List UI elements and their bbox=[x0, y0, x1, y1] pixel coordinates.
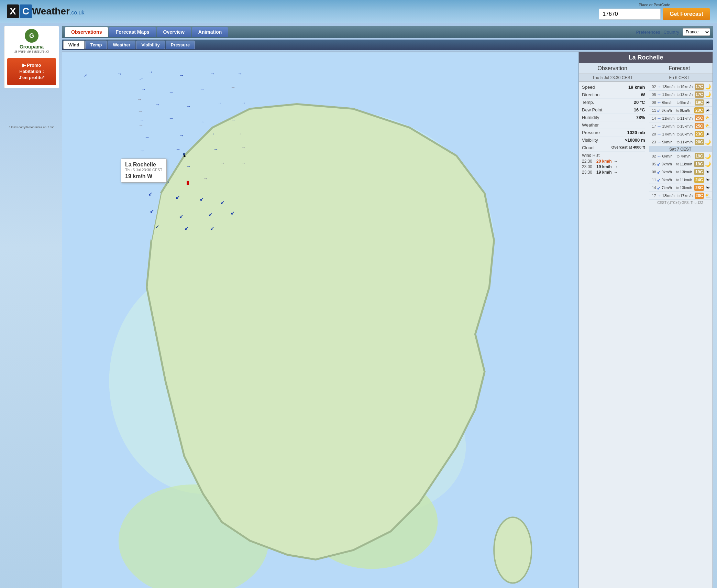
fc-from-speed: 13km/h bbox=[662, 194, 676, 198]
obs-time: Thu 5 Jul 23:30 CEST bbox=[579, 74, 646, 82]
fc-icon: ☀ bbox=[705, 100, 711, 105]
fc-to-label: to bbox=[677, 85, 680, 89]
fc-to-speed: 20km/h bbox=[680, 132, 694, 136]
fc-hour: 11 bbox=[650, 178, 656, 182]
map-container[interactable]: → → → → → → → → → → → → → → → → → → → → bbox=[62, 52, 579, 588]
fc-icon: 🌙 bbox=[705, 161, 711, 167]
obs-weather-row: Weather bbox=[582, 121, 645, 129]
wind-arrow-29: → bbox=[220, 160, 225, 166]
fc-temp: 23C bbox=[694, 107, 704, 113]
fc-arrow: → bbox=[657, 193, 662, 198]
search-label: Place or PostCode bbox=[639, 3, 670, 7]
obs-visibility-label: Visibility bbox=[582, 138, 598, 143]
wind-arrow-36: ↙ bbox=[200, 196, 204, 202]
wind-arrow-39: ↙ bbox=[179, 214, 183, 219]
fc-arrow: ↙ bbox=[657, 177, 661, 183]
logo-x: X bbox=[7, 4, 19, 18]
obs-temp-value: 20 °C bbox=[634, 100, 645, 105]
subtab-weather[interactable]: Weather bbox=[108, 41, 135, 49]
ad-footnote: * Infos complémentaires en 1 clic bbox=[4, 126, 59, 129]
subtab-pressure[interactable]: Pressure bbox=[166, 41, 195, 49]
subtabs-row: Wind Temp Weather Visibility Pressure bbox=[62, 40, 713, 50]
subtab-wind[interactable]: Wind bbox=[63, 41, 85, 49]
obs-humidity-value: 78% bbox=[636, 115, 645, 120]
obs-humidity-row: Humidity 78% bbox=[582, 114, 645, 121]
map-panel-row: → → → → → → → → → → → → → → → → → → → → bbox=[62, 52, 713, 588]
fc-to-label: to bbox=[676, 170, 679, 174]
tab-forecast-maps[interactable]: Forecast Maps bbox=[109, 27, 156, 37]
logo: X C Weather.co.uk bbox=[7, 4, 85, 18]
groupama-icon: G bbox=[25, 29, 38, 43]
tab-overview[interactable]: Overview bbox=[157, 27, 191, 37]
wind-arrow-6: → bbox=[238, 71, 242, 76]
obs-data: Speed 19 km/h Direction W Temp. 20 °C bbox=[579, 82, 648, 588]
fc-icon: 🌙 bbox=[705, 84, 711, 89]
obs-forecast-headers: Observation Forecast bbox=[579, 63, 713, 74]
wind-arrow-42: ↙ bbox=[155, 224, 159, 229]
fc-to-label: to bbox=[677, 132, 680, 136]
forecast-row: 08 ← 6km/h to 9km/h 19C ☀ bbox=[649, 99, 712, 107]
fc-to-speed: 13km/h bbox=[680, 170, 694, 174]
station-marker-red: █ bbox=[187, 181, 189, 185]
fc-icon: ☀ bbox=[705, 131, 711, 137]
ad-promo-button[interactable]: PromoHabitation :J'en profite* bbox=[7, 58, 56, 85]
fc-from-speed: 7km/h bbox=[662, 186, 676, 190]
obs-direction-label: Direction bbox=[582, 92, 599, 97]
fc-to-speed: 7km/h bbox=[680, 154, 694, 158]
wind-arrow-13: → bbox=[217, 100, 222, 106]
fc-arrow: → bbox=[657, 116, 662, 121]
header: X C Weather.co.uk Place or PostCode Get … bbox=[0, 0, 717, 23]
fc-temp: 20C bbox=[695, 139, 704, 145]
get-forecast-button[interactable]: Get Forecast bbox=[663, 8, 710, 20]
forecast-row: 23 → 9km/h to 11km/h 20C 🌙 bbox=[649, 138, 712, 146]
fc-to-label: to bbox=[676, 162, 679, 166]
fc-hour: 11 bbox=[650, 108, 656, 112]
subtab-temp[interactable]: Temp bbox=[85, 41, 107, 49]
obs-humidity-label: Humidity bbox=[582, 115, 599, 120]
fc-to-label: to bbox=[676, 178, 679, 182]
fc-from-speed: 9km/h bbox=[662, 178, 676, 182]
wind-arrow-14: → bbox=[241, 100, 246, 106]
fc-temp: 23C bbox=[695, 131, 704, 137]
wind-arrow-19: → bbox=[145, 134, 150, 140]
fc-to-speed: 13km/h bbox=[680, 92, 694, 97]
wind-arrow-44: ↙ bbox=[210, 226, 214, 231]
forecast-row: 17 → 13km/h to 17km/h 28C ⛅ bbox=[649, 192, 712, 200]
obs-weather-label: Weather bbox=[582, 122, 599, 128]
fc-to-speed: 17km/h bbox=[680, 194, 694, 198]
wind-arrow-3: → bbox=[148, 69, 153, 75]
forecast-row: 11 ↙ 9km/h to 11km/h 24C ☀ bbox=[649, 176, 712, 184]
fc-temp: 19C bbox=[694, 169, 704, 175]
tab-animation[interactable]: Animation bbox=[192, 27, 228, 37]
fc-arrow: ↙ bbox=[657, 169, 661, 175]
forecast-row: 17 → 15km/h to 15km/h 25C ⛅ bbox=[649, 122, 712, 130]
forecast-fri6: 02 → 13km/h to 19km/h 17C 🌙 05 → 11km/h … bbox=[649, 83, 712, 146]
fc-hour: 17 bbox=[650, 194, 656, 198]
subtab-visibility[interactable]: Visibility bbox=[136, 41, 165, 49]
fc-to-speed: 13km/h bbox=[680, 186, 694, 190]
wind-arrow-18: → bbox=[231, 117, 235, 123]
obs-header: Observation bbox=[579, 63, 646, 74]
fc-arrow: ← bbox=[657, 153, 662, 159]
obs-pressure-value: 1020 mb bbox=[627, 130, 645, 135]
fc-temp: 19C bbox=[695, 153, 704, 159]
postcode-input[interactable] bbox=[599, 9, 661, 20]
wind-arrow-4: → bbox=[179, 73, 184, 78]
fc-arrow: ← bbox=[657, 100, 662, 105]
fc-temp: 28C bbox=[694, 185, 704, 191]
wind-arrow-7: → bbox=[141, 86, 146, 92]
fc-to-speed: 11km/h bbox=[680, 140, 694, 144]
fc-arrow: → bbox=[657, 131, 662, 137]
country-select[interactable]: France UK Spain Germany bbox=[683, 28, 710, 36]
search-area: Place or PostCode Get Forecast bbox=[599, 3, 710, 20]
tab-observations[interactable]: Observations bbox=[65, 27, 108, 37]
wind-arrow-37: ↙ bbox=[220, 200, 224, 205]
ad-logo: G Groupama la vraie vie s'assure ici bbox=[7, 29, 56, 53]
forecast-sat7-header: Sat 7 CEST bbox=[649, 146, 712, 152]
fc-to-speed: 6km/h bbox=[680, 108, 694, 112]
preferences-link[interactable]: Preferences bbox=[636, 30, 660, 35]
fc-icon: 🌙 bbox=[705, 139, 711, 145]
fc-temp: 18C bbox=[694, 161, 704, 167]
obs-pressure-label: Pressure bbox=[582, 130, 600, 135]
fc-hour: 08 bbox=[650, 170, 656, 174]
